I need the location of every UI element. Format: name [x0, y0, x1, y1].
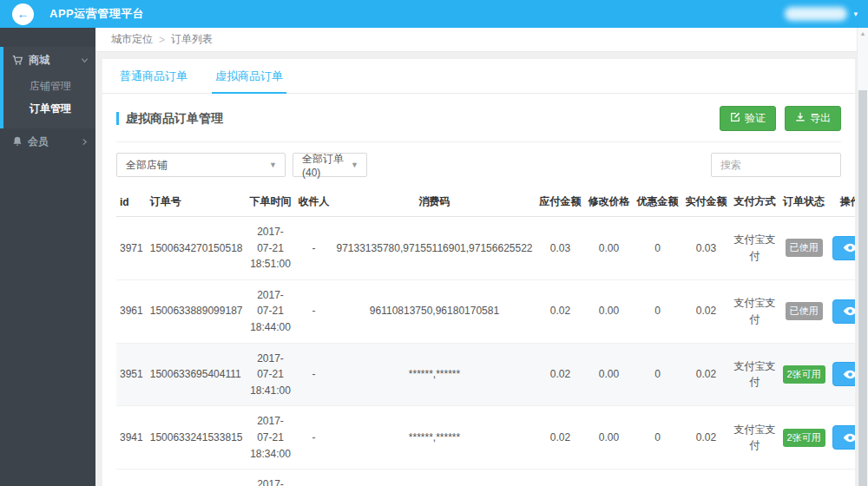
table-header-row: id订单号下单时间收件人消费码应付金额修改价格优惠金额实付金额支付方式订单状态操… — [116, 187, 855, 217]
download-icon — [795, 112, 806, 125]
table-cell: ******,******,****** — [332, 470, 536, 486]
header-cell: 实付金额 — [682, 187, 731, 217]
edit-icon — [730, 112, 740, 125]
header-cell: 下单时间 — [246, 187, 294, 217]
tab[interactable]: 虚拟商品订单 — [212, 59, 286, 94]
table-cell: 2017-07-21 18:44:00 — [246, 279, 294, 343]
table-cell: 1500634270150518 — [147, 217, 247, 280]
order-status-badge: 已使用 — [786, 302, 823, 320]
order-filter-select[interactable]: 全部订单(40) ▼ — [293, 153, 367, 177]
table-cell: 0.00 — [585, 470, 634, 486]
table-cell: 0.00 — [585, 279, 634, 343]
table-cell: 2017-07-21 18:51:00 — [246, 217, 294, 280]
table-cell: 0.00 — [585, 343, 634, 406]
sidebar-group-label: 会员 — [28, 135, 49, 149]
table-cell: 2017-07-21 18:41:00 — [246, 343, 294, 406]
header-cell: 修改价格 — [585, 187, 634, 217]
top-header-bar: ← APP运营管理平台 ▾ — [0, 0, 868, 28]
table-cell: 0 — [634, 217, 682, 280]
table-cell: - — [294, 470, 332, 486]
caret-down-icon: ▼ — [345, 161, 358, 169]
eye-icon — [843, 370, 855, 379]
table-cell: 3961 — [116, 279, 147, 343]
table-cell: 0.00 — [585, 217, 634, 280]
app-title: APP运营管理平台 — [49, 6, 144, 22]
sidebar: 商城店铺管理订单管理会员 — [0, 28, 95, 486]
sidebar-group-header[interactable]: 会员 — [3, 128, 95, 154]
tab-bar: 普通商品订单虚拟商品订单 — [102, 59, 855, 94]
header-cell: 优惠金额 — [634, 187, 682, 217]
table-cell: 在线支付 — [731, 470, 779, 486]
scrollbar-thumb[interactable] — [858, 90, 867, 486]
table-cell — [829, 406, 855, 470]
sidebar-submenu: 店铺管理订单管理 — [3, 73, 95, 128]
sidebar-group-label: 商城 — [29, 53, 49, 68]
caret-down-icon: ▾ — [853, 10, 858, 18]
table-body: 397115006342701505182017-07-21 18:51:00-… — [116, 217, 855, 486]
eye-icon — [843, 433, 855, 443]
header-cell: 订单状态 — [779, 187, 829, 217]
table-cell: 3971 — [116, 217, 147, 280]
order-status-badge: 2张可用 — [783, 429, 825, 447]
sidebar-group-header[interactable]: 商城 — [3, 47, 95, 73]
caret-down-icon: ▼ — [264, 161, 277, 169]
export-button[interactable]: 导出 — [785, 106, 841, 131]
table-cell: 支付宝支付 — [731, 343, 779, 406]
table-cell: 0.03 — [536, 470, 585, 486]
header-cell: id — [116, 187, 147, 217]
back-button[interactable]: ← — [12, 3, 34, 25]
sidebar-group: 会员 — [0, 128, 95, 154]
table-cell: 0.02 — [682, 406, 731, 470]
table-cell — [829, 470, 855, 486]
eye-icon — [843, 243, 855, 253]
arrow-left-icon: ← — [17, 8, 30, 20]
table-cell: 0.02 — [536, 343, 585, 406]
table-cell: 1500633241533815 — [147, 406, 247, 470]
table-cell: 0.00 — [585, 406, 634, 470]
table-cell — [829, 279, 855, 343]
header-cell: 操作 — [829, 187, 855, 217]
table-cell: 0 — [634, 406, 682, 470]
sidebar-item[interactable]: 订单管理 — [3, 97, 95, 120]
table-cell: 0 — [634, 470, 682, 486]
breadcrumb-item-orders: 订单列表 — [171, 32, 213, 47]
breadcrumb-separator: > — [159, 34, 165, 46]
table-cell: 未付款 — [779, 470, 829, 486]
view-order-button[interactable] — [832, 236, 855, 260]
header-cell: 收件人 — [294, 187, 332, 217]
view-order-button[interactable] — [832, 425, 855, 450]
shop-filter-select[interactable]: 全部店铺 ▼ — [116, 153, 286, 177]
scroll-up-arrow-icon[interactable]: ▲ — [858, 28, 868, 39]
tab[interactable]: 普通商品订单 — [116, 59, 191, 94]
table-cell: 2张可用 — [779, 343, 829, 406]
search-input[interactable] — [711, 153, 841, 177]
bell-icon — [12, 136, 23, 147]
table-row: 396115006338890991872017-07-21 18:44:00-… — [116, 279, 855, 343]
table-cell: - — [294, 343, 332, 406]
user-menu[interactable]: ▾ — [785, 7, 858, 21]
panel-actions: 验证 导出 — [720, 106, 841, 131]
view-order-button[interactable] — [832, 299, 855, 324]
table-cell: 2017-07-21 18:34:00 — [246, 406, 294, 470]
user-name-redacted — [785, 7, 847, 21]
table-cell: 1500633695404111 — [147, 343, 247, 406]
table-cell: 支付宝支付 — [731, 279, 779, 343]
table-cell: - — [294, 279, 332, 343]
order-status-badge: 2张可用 — [783, 365, 825, 384]
header-cell: 应付金额 — [536, 187, 585, 217]
table-cell: 0.02 — [536, 279, 585, 343]
sidebar-item[interactable]: 店铺管理 — [3, 75, 95, 97]
breadcrumb-item-city[interactable]: 城市定位 — [111, 32, 153, 47]
table-cell: 1500632958942578 — [147, 470, 247, 486]
chevron-right-icon — [81, 138, 89, 146]
shop-filter-value: 全部店铺 — [126, 158, 168, 173]
view-order-button[interactable] — [832, 362, 855, 386]
table-cell: 0.03 — [682, 470, 731, 486]
header-cell: 支付方式 — [731, 187, 779, 217]
table-cell: 2张可用 — [779, 406, 829, 470]
page-title: 虚拟商品订单管理 — [116, 111, 223, 127]
verify-button[interactable]: 验证 — [720, 106, 776, 131]
table-cell: 已使用 — [779, 217, 829, 280]
table-cell: 支付宝支付 — [731, 406, 779, 470]
content-card: 普通商品订单虚拟商品订单 虚拟商品订单管理 验证 导出 全部店铺 ▼ — [102, 59, 855, 486]
